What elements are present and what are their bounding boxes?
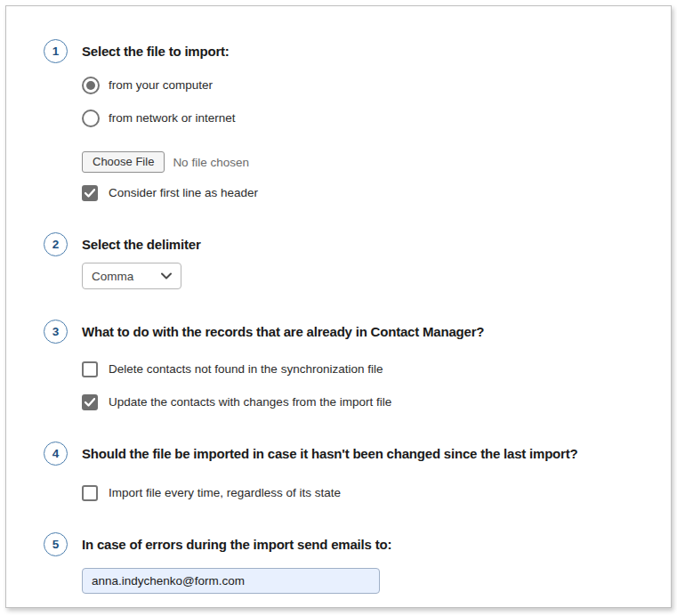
step-4-title: Should the file be imported in case it h… (82, 442, 655, 466)
checkbox-icon[interactable] (82, 185, 98, 201)
checkbox-delete-contacts-label: Delete contacts not found in the synchro… (109, 361, 383, 378)
step-2-number-badge: 2 (44, 232, 68, 256)
delimiter-select-value: Comma (92, 270, 133, 283)
checkbox-first-line-header[interactable]: Consider first line as header (82, 184, 655, 202)
error-email-input[interactable] (82, 568, 380, 594)
radio-button-icon[interactable] (82, 109, 100, 127)
radio-from-network[interactable]: from network or internet (82, 109, 655, 127)
step-4-number-badge: 4 (44, 442, 68, 466)
step-3-number-badge: 3 (44, 320, 68, 344)
step-5-error-emails: 5 In case of errors during the import se… (44, 532, 655, 594)
radio-from-computer[interactable]: from your computer (82, 77, 655, 94)
import-settings-panel: 1 Select the file to import: from your c… (5, 5, 672, 608)
step-3-existing-records: 3 What to do with the records that are a… (44, 320, 655, 411)
checkbox-import-every-time[interactable]: Import file every time, regardless of it… (82, 484, 655, 502)
chevron-down-icon (161, 272, 172, 280)
checkbox-update-contacts-label: Update the contacts with changes from th… (109, 393, 391, 411)
checkmark-icon (85, 189, 95, 198)
step-5-title: In case of errors during the import send… (82, 532, 655, 556)
file-picker: Choose File No file chosen (82, 151, 655, 173)
checkbox-icon[interactable] (82, 361, 98, 377)
radio-from-computer-label: from your computer (109, 77, 213, 94)
step-1-number-badge: 1 (44, 39, 68, 63)
delimiter-select[interactable]: Comma (82, 263, 181, 289)
file-status-text: No file chosen (173, 156, 249, 169)
step-3-title: What to do with the records that are alr… (82, 320, 655, 344)
step-1-select-file: 1 Select the file to import: from your c… (44, 39, 655, 202)
step-2-title: Select the delimiter (82, 232, 655, 256)
checkbox-import-every-time-label: Import file every time, regardless of it… (109, 484, 341, 502)
step-2-select-delimiter: 2 Select the delimiter Comma (44, 232, 655, 289)
radio-button-icon[interactable] (82, 77, 100, 94)
step-4-unchanged-file: 4 Should the file be imported in case it… (44, 442, 655, 502)
step-1-title: Select the file to import: (82, 39, 655, 63)
checkmark-icon (85, 398, 95, 407)
checkbox-delete-contacts[interactable]: Delete contacts not found in the synchro… (82, 361, 655, 378)
radio-from-network-label: from network or internet (109, 109, 236, 127)
checkbox-icon[interactable] (82, 394, 98, 410)
checkbox-icon[interactable] (82, 485, 98, 501)
checkbox-update-contacts[interactable]: Update the contacts with changes from th… (82, 393, 655, 411)
choose-file-button[interactable]: Choose File (82, 151, 165, 173)
radio-dot-icon (86, 81, 95, 90)
checkbox-first-line-header-label: Consider first line as header (109, 184, 258, 202)
step-5-number-badge: 5 (44, 532, 68, 556)
